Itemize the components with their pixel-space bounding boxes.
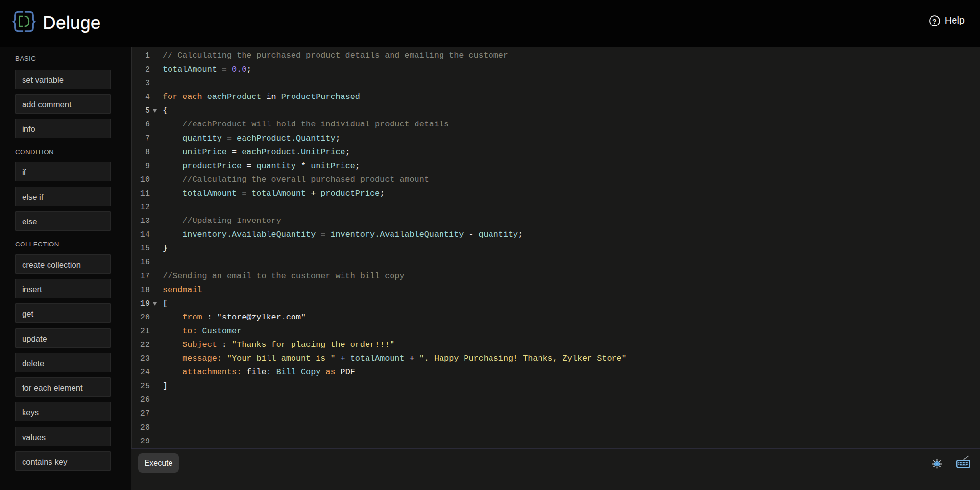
svg-text:?: ? xyxy=(932,18,936,25)
